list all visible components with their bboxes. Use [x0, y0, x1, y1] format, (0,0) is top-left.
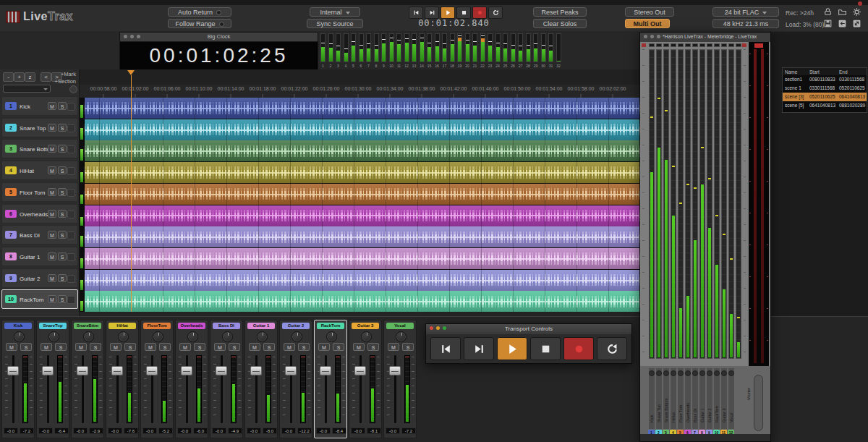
scene-row-scene-5-[interactable]: scene [5]06410408130881020289 [783, 101, 867, 110]
mb-channel-knob[interactable] [714, 370, 720, 376]
strip-mute-button[interactable]: M [41, 343, 52, 351]
panel-menu-button[interactable] [69, 85, 77, 93]
track-input-button[interactable] [67, 211, 75, 218]
strip-solo-button[interactable]: S [20, 343, 32, 351]
strip-pan-knob[interactable] [14, 331, 25, 342]
strip-mute-button[interactable]: M [318, 343, 330, 351]
gear-icon[interactable] [852, 7, 861, 16]
strip-pan-knob[interactable] [396, 331, 407, 342]
strip-pan-knob[interactable] [118, 331, 129, 342]
track-lane-bass-di[interactable] [80, 226, 644, 247]
strip-mute-button[interactable]: M [6, 343, 17, 351]
strip-fader-handle[interactable] [77, 366, 88, 375]
mb-channel-knob[interactable] [699, 370, 705, 376]
mixer-strip-snaretop[interactable]: SnareTopMS-0.0-6.4 [36, 320, 69, 438]
strip-pan-knob[interactable] [153, 331, 163, 342]
track-header-hihat[interactable]: 4HiHatMS [1, 161, 78, 180]
zoom-out-button[interactable]: - [3, 72, 14, 82]
strip-gain-value[interactable]: -0.0 [247, 428, 261, 434]
header-go-start-button[interactable] [409, 7, 423, 19]
strip-mute-button[interactable]: M [75, 343, 87, 351]
mixer-strip-vocal[interactable]: VocalMS-0.0-7.2 [383, 320, 417, 438]
meterbridge-window[interactable]: *Harrison LiveTrax - Meterbridge - LiveT… [639, 32, 771, 442]
reset-peaks-button[interactable]: Reset Peaks [533, 7, 587, 17]
fullscreen-icon[interactable] [852, 18, 861, 27]
track-solo-button[interactable]: S [58, 274, 67, 282]
big-clock-window[interactable]: Big Clock 00:01:02:25 [119, 32, 318, 69]
mixer-strip-kick[interactable]: KickMS-0.0-7.2 [1, 320, 35, 438]
track-lane-overheads[interactable] [80, 205, 644, 226]
strip-pan-knob[interactable] [326, 331, 337, 342]
track-mute-button[interactable]: M [48, 252, 56, 260]
track-input-button[interactable] [67, 124, 75, 132]
mixer-strip-snarebttm[interactable]: SnareBttmMS-0.0-2.9 [71, 320, 104, 438]
track-header-guitar-1[interactable]: 8Guitar 1MS [1, 247, 78, 266]
strip-gain-value[interactable]: -0.0 [4, 428, 18, 434]
add-section-button[interactable]: +Section [55, 78, 76, 85]
track-solo-button[interactable]: S [58, 295, 67, 303]
strip-gain-value[interactable]: -0.0 [108, 428, 122, 434]
auto-return-button[interactable]: Auto Return [168, 7, 231, 17]
transport-titlebar[interactable]: Transport Controls [426, 324, 631, 334]
transport-record-button[interactable] [563, 337, 594, 360]
mb-channel-knob[interactable] [671, 370, 676, 376]
strip-solo-button[interactable]: S [229, 343, 240, 351]
track-lane-guitar-2[interactable] [80, 270, 644, 291]
mixer-strip-guitar-1[interactable]: Guitar 1MS-0.0-8.0 [244, 320, 278, 438]
track-solo-button[interactable]: S [58, 231, 67, 239]
strip-solo-button[interactable]: S [367, 343, 379, 351]
mb-channel-knob[interactable] [707, 370, 712, 376]
mb-channel-knob[interactable] [692, 370, 698, 376]
track-header-guitar-2[interactable]: 9Guitar 2MS [1, 268, 78, 288]
strip-fader-handle[interactable] [42, 366, 54, 375]
mb-channel-knob[interactable] [656, 370, 662, 376]
zoom-in-button[interactable]: + [14, 72, 25, 82]
mixer-strip-racktom[interactable]: RackTomMS-0.0-8.4 [314, 320, 347, 438]
mb-channel-knob[interactable] [721, 370, 727, 376]
strip-mute-button[interactable]: M [353, 343, 365, 351]
strip-gain-value[interactable]: -0.0 [281, 428, 296, 434]
add-mark-button[interactable]: +Mark [61, 71, 76, 77]
strip-solo-button[interactable]: S [263, 343, 275, 351]
strip-mute-button[interactable]: M [145, 343, 156, 351]
track-mute-button[interactable]: M [48, 231, 56, 239]
track-input-button[interactable] [67, 296, 75, 304]
strip-solo-button[interactable]: S [402, 343, 414, 351]
clock-source-select[interactable]: Internal [310, 7, 360, 17]
strip-pan-knob[interactable] [187, 331, 198, 342]
strip-pan-knob[interactable] [48, 331, 59, 342]
stereo-out-button[interactable]: Stereo Out [625, 7, 674, 17]
strip-pan-knob[interactable] [257, 331, 268, 342]
meterbridge-master-fader-slot[interactable] [754, 375, 763, 431]
track-input-button[interactable] [67, 231, 75, 239]
strip-gain-value[interactable]: -0.0 [142, 428, 157, 434]
track-lane-kick[interactable] [80, 98, 644, 119]
import-icon[interactable] [838, 18, 847, 27]
strip-gain-value[interactable]: -0.0 [212, 428, 226, 434]
track-input-button[interactable] [67, 275, 75, 283]
strip-pan-knob[interactable] [361, 331, 372, 342]
strip-mute-button[interactable]: M [284, 343, 295, 351]
strip-pan-knob[interactable] [222, 331, 233, 342]
mixer-strip-bass-di[interactable]: Bass DIMS-0.0-4.9 [210, 320, 243, 438]
track-header-kick[interactable]: 1KickMS [1, 96, 78, 116]
strip-pan-knob[interactable] [83, 331, 94, 342]
folder-icon[interactable] [838, 7, 847, 16]
strip-mute-button[interactable]: M [249, 343, 260, 351]
mixer-strip-overheads[interactable]: OverheadsMS-0.0-6.0 [175, 320, 208, 438]
track-header-overheads[interactable]: 6OverheadsMS [1, 204, 78, 224]
track-input-button[interactable] [67, 103, 75, 111]
follow-range-button[interactable]: Follow Range [168, 19, 231, 28]
strip-gain-value[interactable]: -0.0 [38, 428, 53, 434]
scene-row-scene-1[interactable]: scene 103301115680520110625 [783, 84, 867, 93]
track-mute-button[interactable]: M [48, 295, 56, 303]
transport-stop-button[interactable] [530, 337, 561, 360]
mb-channel-knob[interactable] [678, 370, 684, 376]
transport-loop-button[interactable] [597, 337, 627, 360]
strip-mute-button[interactable]: M [179, 343, 191, 351]
mixer-strip-guitar-2[interactable]: Guitar 2MS-0.0-12.2 [279, 320, 312, 438]
strip-fader-handle[interactable] [354, 366, 366, 375]
playhead-marker[interactable] [127, 70, 135, 75]
sync-source-button[interactable]: Sync Source [307, 19, 363, 28]
track-solo-button[interactable]: S [58, 166, 67, 174]
